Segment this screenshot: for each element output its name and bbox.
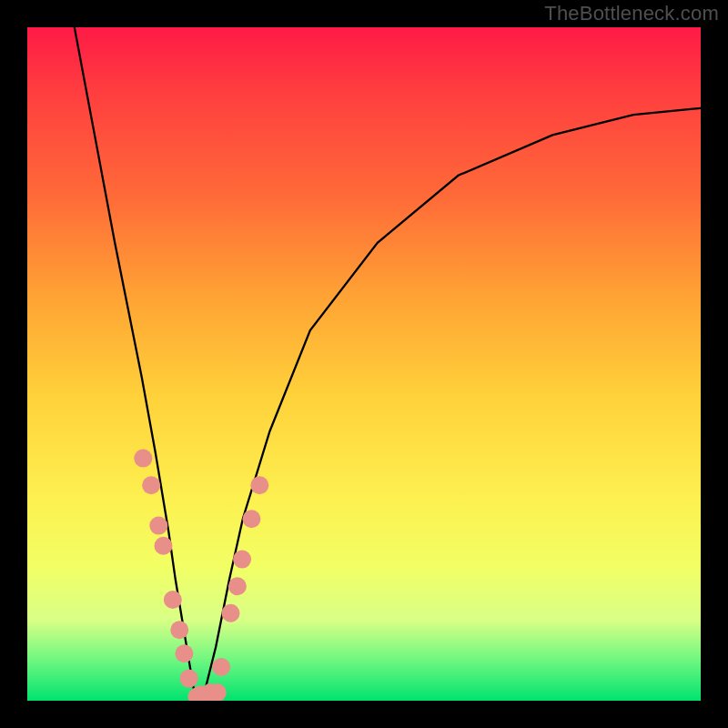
data-marker bbox=[142, 476, 160, 494]
chart-frame: TheBottleneck.com bbox=[0, 0, 728, 728]
data-marker bbox=[154, 537, 172, 555]
data-marker bbox=[233, 551, 251, 569]
data-marker bbox=[212, 658, 230, 676]
data-marker bbox=[242, 510, 260, 528]
watermark-text: TheBottleneck.com bbox=[544, 2, 719, 25]
curve-svg bbox=[27, 27, 701, 701]
marker-group bbox=[134, 450, 268, 701]
data-marker bbox=[180, 670, 198, 688]
data-marker bbox=[175, 644, 193, 662]
data-marker bbox=[134, 450, 152, 468]
curve-right-branch bbox=[202, 108, 701, 701]
data-marker bbox=[149, 517, 167, 535]
data-marker bbox=[228, 577, 247, 595]
data-marker bbox=[170, 621, 188, 639]
data-marker bbox=[221, 604, 239, 622]
data-marker bbox=[164, 591, 182, 609]
data-marker bbox=[250, 476, 268, 494]
plot-area bbox=[27, 27, 701, 701]
